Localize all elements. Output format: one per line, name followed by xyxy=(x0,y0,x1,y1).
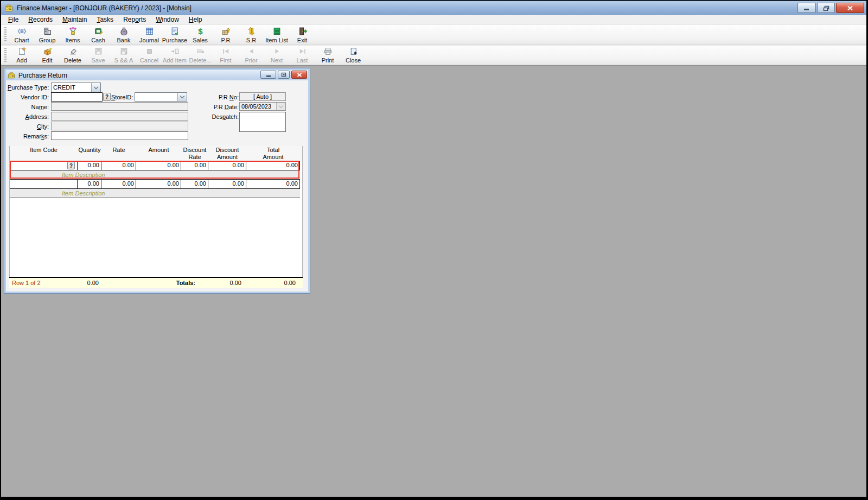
toolbar-edit-button[interactable]: Edit xyxy=(35,47,60,64)
add-icon xyxy=(17,47,27,56)
menu-file[interactable]: File xyxy=(3,15,23,24)
toolbar-next-button: Next xyxy=(264,47,289,64)
prior-record-icon xyxy=(247,47,256,56)
discount-amount-cell[interactable]: 0.00 xyxy=(208,180,246,189)
delete-icon xyxy=(68,47,78,56)
menu-window[interactable]: Window xyxy=(151,15,184,24)
col-header-rate: Rate xyxy=(101,146,136,161)
total-amount-cell[interactable]: 0.00 xyxy=(246,180,300,189)
toolbar-journal-button[interactable]: Journal xyxy=(137,27,162,43)
toolbar-grip[interactable] xyxy=(4,27,7,42)
remarks-input[interactable] xyxy=(51,131,188,140)
main-titlebar[interactable]: Finance Manager - [BONJOUR (BAKERY) / 20… xyxy=(1,0,866,15)
toolbar-cash-button[interactable]: Cash xyxy=(86,27,111,43)
rate-cell[interactable]: 0.00 xyxy=(101,180,136,189)
toolbar-item-list-button[interactable]: Item List xyxy=(264,27,289,43)
grid-header-row: Item Code Quantity Rate Amount DiscountR… xyxy=(10,146,302,161)
toolbar-close-button[interactable]: Close xyxy=(341,47,366,64)
mdi-workspace: Purchase Return Purchase Type: Vendor ID… xyxy=(1,65,866,497)
dropdown-arrow-icon[interactable] xyxy=(91,83,100,92)
toolbar-prior-button: Prior xyxy=(239,47,264,64)
toolbar-chart-button[interactable]: Chart xyxy=(9,27,34,43)
vendor-id-label: Vendor ID: xyxy=(8,93,49,102)
menu-tasks[interactable]: Tasks xyxy=(92,15,118,24)
item-description-placeholder: Item Description xyxy=(10,189,300,198)
purchase-type-label: Purchase Type: xyxy=(8,83,49,92)
pr-date-value: 08/05/2023 xyxy=(240,103,276,110)
quantity-cell[interactable]: 0.00 xyxy=(78,180,101,189)
toolbar-delete-item-button: Delete... xyxy=(188,47,213,64)
menu-reports[interactable]: Reports xyxy=(118,15,151,24)
restore-icon xyxy=(823,5,829,11)
window-title: Finance Manager - [BONJOUR (BAKERY) / 20… xyxy=(17,4,192,12)
menu-help[interactable]: Help xyxy=(184,15,207,24)
item-code-cell[interactable]: ? xyxy=(10,161,78,170)
items-grid: Item Code Quantity Rate Amount DiscountR… xyxy=(9,146,303,277)
toolbar-purchase-button[interactable]: Purchase xyxy=(162,27,187,43)
amount-cell[interactable]: 0.00 xyxy=(136,161,181,170)
purchase-return-titlebar[interactable]: Purchase Return xyxy=(6,70,308,80)
purchase-type-select[interactable]: CREDIT xyxy=(51,83,101,92)
col-header-discount-amount: DiscountAmount xyxy=(208,146,246,161)
save-and-add-icon xyxy=(119,47,129,56)
restore-button[interactable] xyxy=(817,3,835,13)
toolbar-sales-button[interactable]: $Sales xyxy=(188,27,213,43)
toolbar-purchase-return-button[interactable]: P.R xyxy=(213,27,238,43)
despatch-textarea[interactable] xyxy=(239,112,286,132)
close-button[interactable] xyxy=(836,3,864,13)
rate-cell[interactable]: 0.00 xyxy=(101,161,136,170)
menu-records[interactable]: Records xyxy=(23,15,58,24)
items-icon xyxy=(68,27,78,36)
child-restore-button[interactable] xyxy=(278,71,290,79)
close-icon xyxy=(847,5,853,11)
app-icon xyxy=(4,4,13,12)
item-code-cell[interactable] xyxy=(10,180,78,189)
purchase-icon xyxy=(170,27,180,36)
item-lookup-button[interactable]: ? xyxy=(67,162,75,169)
toolbar-last-button: Last xyxy=(290,47,315,64)
close-window-icon xyxy=(349,47,358,56)
pr-date-field[interactable]: 08/05/2023 xyxy=(239,102,286,111)
minimize-button[interactable] xyxy=(797,3,816,13)
discount-amount-cell[interactable]: 0.00 xyxy=(208,161,246,170)
toolbar-print-button[interactable]: Print xyxy=(315,47,340,64)
toolbar-bank-button[interactable]: Bank xyxy=(111,27,136,43)
toolbar-group-button[interactable]: Group xyxy=(35,27,60,43)
child-minimize-button[interactable] xyxy=(260,71,276,79)
toolbar-add-button[interactable]: Add xyxy=(9,47,34,64)
toolbar-save-and-add-button: S && A xyxy=(111,47,136,64)
discount-rate-cell[interactable]: 0.00 xyxy=(181,161,208,170)
purchase-type-value: CREDIT xyxy=(52,83,91,92)
toolbar-sales-return-button[interactable]: S.R xyxy=(239,27,264,43)
toolbar-items-button[interactable]: Items xyxy=(60,27,85,43)
menu-maintain[interactable]: Maintain xyxy=(58,15,92,24)
store-id-value xyxy=(135,93,177,101)
store-id-select[interactable] xyxy=(135,92,187,102)
purchase-return-icon xyxy=(221,27,231,36)
edit-toolbar: Add Edit Delete Save S && A Cancel Add I… xyxy=(1,45,866,65)
amount-cell[interactable]: 0.00 xyxy=(136,180,181,189)
delete-item-icon xyxy=(196,47,205,56)
child-close-button[interactable] xyxy=(291,71,307,79)
cash-icon xyxy=(94,27,103,36)
discount-rate-cell[interactable]: 0.00 xyxy=(181,180,208,189)
chart-icon xyxy=(17,27,27,36)
minimize-icon xyxy=(266,73,271,77)
add-item-icon xyxy=(170,47,180,56)
pr-no-label: P.R No: xyxy=(195,93,239,102)
toolbar-delete-button[interactable]: Delete xyxy=(60,47,85,64)
svg-text:$: $ xyxy=(198,27,203,36)
pr-date-label: P.R Date: xyxy=(195,103,239,111)
sales-return-icon xyxy=(247,27,256,36)
row-status: Row 1 of 2 xyxy=(9,279,77,288)
grid-row: ? 0.00 0.00 0.00 0.00 0.00 0.00 xyxy=(10,161,302,170)
quantity-cell[interactable]: 0.00 xyxy=(78,161,101,170)
toolbar-exit-button[interactable]: Exit xyxy=(290,27,315,43)
address-field xyxy=(51,112,188,121)
total-amount-cell[interactable]: 0.00 xyxy=(246,161,300,170)
grid-row-description: Item Description xyxy=(10,189,302,198)
dropdown-arrow-icon[interactable] xyxy=(177,93,187,101)
vendor-lookup-button[interactable]: ? xyxy=(103,93,111,101)
toolbar-grip[interactable] xyxy=(4,48,7,62)
vendor-id-input[interactable] xyxy=(51,92,103,102)
